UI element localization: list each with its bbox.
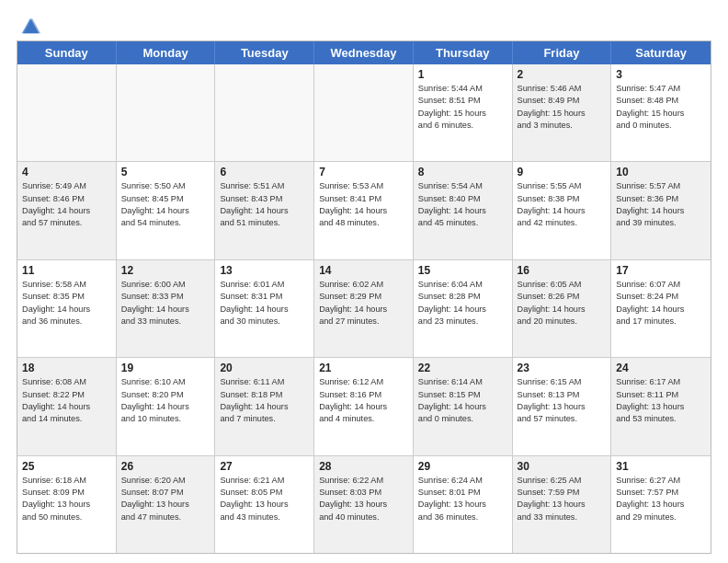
day-number: 28: [319, 460, 408, 473]
day-cell-21: 21Sunrise: 6:12 AM Sunset: 8:16 PM Dayli…: [314, 358, 414, 454]
header-day-saturday: Saturday: [611, 41, 711, 64]
day-cell-4: 4Sunrise: 5:49 AM Sunset: 8:46 PM Daylig…: [17, 162, 117, 259]
day-info: Sunrise: 6:18 AM Sunset: 8:09 PM Dayligh…: [22, 475, 111, 523]
day-number: 4: [22, 166, 111, 178]
calendar-row-4: 25Sunrise: 6:18 AM Sunset: 8:09 PM Dayli…: [17, 456, 711, 553]
day-info: Sunrise: 5:57 AM Sunset: 8:36 PM Dayligh…: [616, 180, 706, 229]
day-number: 2: [518, 68, 607, 81]
day-cell-15: 15Sunrise: 6:04 AM Sunset: 8:28 PM Dayli…: [414, 260, 513, 357]
calendar-row-3: 18Sunrise: 6:08 AM Sunset: 8:22 PM Dayli…: [17, 358, 711, 455]
day-cell-2: 2Sunrise: 5:46 AM Sunset: 8:49 PM Daylig…: [513, 64, 612, 161]
day-number: 6: [220, 166, 309, 178]
header-day-thursday: Thursday: [414, 41, 513, 64]
day-cell-13: 13Sunrise: 6:01 AM Sunset: 8:31 PM Dayli…: [215, 260, 314, 357]
day-cell-14: 14Sunrise: 6:02 AM Sunset: 8:29 PM Dayli…: [314, 260, 414, 357]
day-number: 30: [518, 460, 607, 473]
day-info: Sunrise: 5:53 AM Sunset: 8:41 PM Dayligh…: [319, 180, 408, 229]
day-number: 29: [418, 460, 507, 473]
day-cell-26: 26Sunrise: 6:20 AM Sunset: 8:07 PM Dayli…: [117, 456, 216, 553]
empty-cell-0-0: [17, 64, 117, 161]
day-info: Sunrise: 5:51 AM Sunset: 8:43 PM Dayligh…: [220, 180, 309, 229]
day-info: Sunrise: 6:21 AM Sunset: 8:05 PM Dayligh…: [220, 475, 309, 523]
day-info: Sunrise: 6:01 AM Sunset: 8:31 PM Dayligh…: [220, 279, 309, 327]
calendar-body: 1Sunrise: 5:44 AM Sunset: 8:51 PM Daylig…: [17, 64, 711, 553]
day-number: 14: [319, 264, 408, 277]
day-info: Sunrise: 6:02 AM Sunset: 8:29 PM Dayligh…: [319, 279, 408, 327]
day-number: 25: [22, 460, 111, 473]
day-number: 17: [616, 264, 706, 277]
calendar-header: SundayMondayTuesdayWednesdayThursdayFrid…: [17, 41, 711, 64]
day-number: 8: [418, 166, 507, 178]
day-cell-23: 23Sunrise: 6:15 AM Sunset: 8:13 PM Dayli…: [513, 358, 612, 454]
day-cell-7: 7Sunrise: 5:53 AM Sunset: 8:41 PM Daylig…: [314, 162, 414, 259]
day-cell-30: 30Sunrise: 6:25 AM Sunset: 7:59 PM Dayli…: [513, 456, 612, 553]
day-number: 3: [616, 68, 706, 81]
day-number: 13: [220, 264, 309, 277]
empty-cell-0-2: [215, 64, 314, 161]
day-number: 16: [518, 264, 607, 277]
day-number: 24: [616, 362, 706, 374]
day-info: Sunrise: 6:08 AM Sunset: 8:22 PM Dayligh…: [22, 376, 111, 425]
calendar-row-2: 11Sunrise: 5:58 AM Sunset: 8:35 PM Dayli…: [17, 260, 711, 358]
day-cell-27: 27Sunrise: 6:21 AM Sunset: 8:05 PM Dayli…: [215, 456, 314, 553]
calendar-row-1: 4Sunrise: 5:49 AM Sunset: 8:46 PM Daylig…: [17, 162, 711, 259]
header-day-monday: Monday: [117, 41, 216, 64]
header-day-wednesday: Wednesday: [314, 41, 414, 64]
day-info: Sunrise: 6:00 AM Sunset: 8:33 PM Dayligh…: [121, 279, 210, 327]
day-cell-29: 29Sunrise: 6:24 AM Sunset: 8:01 PM Dayli…: [414, 456, 513, 553]
day-cell-10: 10Sunrise: 5:57 AM Sunset: 8:36 PM Dayli…: [611, 162, 711, 259]
day-cell-5: 5Sunrise: 5:50 AM Sunset: 8:45 PM Daylig…: [117, 162, 216, 259]
day-cell-19: 19Sunrise: 6:10 AM Sunset: 8:20 PM Dayli…: [117, 358, 216, 454]
calendar: SundayMondayTuesdayWednesdayThursdayFrid…: [17, 40, 711, 554]
day-number: 18: [22, 362, 111, 374]
day-info: Sunrise: 5:50 AM Sunset: 8:45 PM Dayligh…: [121, 180, 210, 229]
header-day-tuesday: Tuesday: [215, 41, 314, 64]
day-cell-28: 28Sunrise: 6:22 AM Sunset: 8:03 PM Dayli…: [314, 456, 414, 553]
day-info: Sunrise: 6:27 AM Sunset: 7:57 PM Dayligh…: [616, 475, 706, 523]
day-number: 7: [319, 166, 408, 178]
day-number: 1: [418, 68, 507, 81]
day-cell-24: 24Sunrise: 6:17 AM Sunset: 8:11 PM Dayli…: [611, 358, 711, 454]
day-cell-25: 25Sunrise: 6:18 AM Sunset: 8:09 PM Dayli…: [17, 456, 117, 553]
day-number: 10: [616, 166, 706, 178]
day-number: 31: [616, 460, 706, 473]
day-number: 19: [121, 362, 210, 374]
day-info: Sunrise: 6:20 AM Sunset: 8:07 PM Dayligh…: [121, 475, 210, 523]
day-number: 15: [418, 264, 507, 277]
day-info: Sunrise: 6:25 AM Sunset: 7:59 PM Dayligh…: [518, 475, 607, 523]
logo: [17, 17, 40, 33]
day-info: Sunrise: 5:47 AM Sunset: 8:48 PM Dayligh…: [616, 83, 706, 132]
day-info: Sunrise: 5:46 AM Sunset: 8:49 PM Dayligh…: [518, 83, 607, 132]
empty-cell-0-3: [314, 64, 414, 161]
calendar-row-0: 1Sunrise: 5:44 AM Sunset: 8:51 PM Daylig…: [17, 64, 711, 162]
day-cell-9: 9Sunrise: 5:55 AM Sunset: 8:38 PM Daylig…: [513, 162, 612, 259]
empty-cell-0-1: [117, 64, 216, 161]
day-info: Sunrise: 6:14 AM Sunset: 8:15 PM Dayligh…: [418, 376, 507, 425]
header-day-friday: Friday: [513, 41, 612, 64]
day-info: Sunrise: 6:11 AM Sunset: 8:18 PM Dayligh…: [220, 376, 309, 425]
day-cell-12: 12Sunrise: 6:00 AM Sunset: 8:33 PM Dayli…: [117, 260, 216, 357]
day-cell-17: 17Sunrise: 6:07 AM Sunset: 8:24 PM Dayli…: [611, 260, 711, 357]
day-cell-1: 1Sunrise: 5:44 AM Sunset: 8:51 PM Daylig…: [414, 64, 513, 161]
header-day-sunday: Sunday: [17, 41, 117, 64]
day-info: Sunrise: 5:54 AM Sunset: 8:40 PM Dayligh…: [418, 180, 507, 229]
day-number: 12: [121, 264, 210, 277]
day-number: 21: [319, 362, 408, 374]
day-cell-16: 16Sunrise: 6:05 AM Sunset: 8:26 PM Dayli…: [513, 260, 612, 357]
day-cell-18: 18Sunrise: 6:08 AM Sunset: 8:22 PM Dayli…: [17, 358, 117, 454]
logo-icon: [20, 17, 40, 37]
day-cell-3: 3Sunrise: 5:47 AM Sunset: 8:48 PM Daylig…: [611, 64, 711, 161]
day-info: Sunrise: 6:24 AM Sunset: 8:01 PM Dayligh…: [418, 475, 507, 523]
day-info: Sunrise: 6:17 AM Sunset: 8:11 PM Dayligh…: [616, 376, 706, 425]
day-cell-8: 8Sunrise: 5:54 AM Sunset: 8:40 PM Daylig…: [414, 162, 513, 259]
day-info: Sunrise: 6:22 AM Sunset: 8:03 PM Dayligh…: [319, 475, 408, 523]
day-info: Sunrise: 6:10 AM Sunset: 8:20 PM Dayligh…: [121, 376, 210, 425]
day-number: 11: [22, 264, 111, 277]
day-number: 27: [220, 460, 309, 473]
day-cell-31: 31Sunrise: 6:27 AM Sunset: 7:57 PM Dayli…: [611, 456, 711, 553]
day-info: Sunrise: 5:55 AM Sunset: 8:38 PM Dayligh…: [518, 180, 607, 229]
page: SundayMondayTuesdayWednesdayThursdayFrid…: [0, 0, 728, 563]
day-info: Sunrise: 6:07 AM Sunset: 8:24 PM Dayligh…: [616, 279, 706, 327]
day-info: Sunrise: 5:49 AM Sunset: 8:46 PM Dayligh…: [22, 180, 111, 229]
day-info: Sunrise: 6:15 AM Sunset: 8:13 PM Dayligh…: [518, 376, 607, 425]
